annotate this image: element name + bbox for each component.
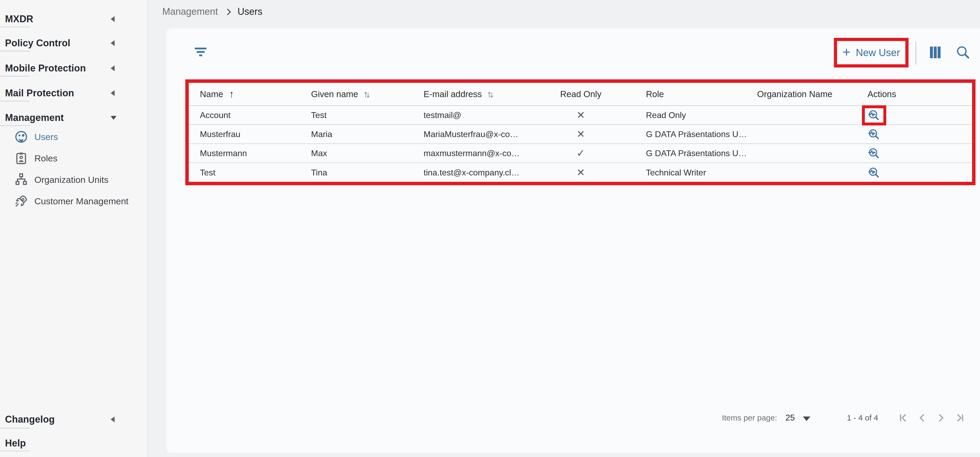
new-user-button[interactable]: + New User [837,41,905,64]
sidebar-item-mobile-protection[interactable]: Mobile Protection [0,59,148,78]
filter-icon [194,47,207,58]
caret-down-icon[interactable] [803,417,810,421]
sidebar-item-policy-control[interactable]: Policy Control [0,34,148,52]
sidebar-item-management[interactable]: Management [0,108,148,127]
toolbar-divider [915,42,916,65]
last-page-button[interactable] [954,412,966,424]
items-per-page-label: Items per page: [722,413,777,422]
search-button[interactable] [955,44,971,60]
chevron-left-icon [111,16,115,22]
sidebar: MXDR Policy Control Mobile Protection Ma… [0,0,148,457]
column-header-actions: Actions [856,83,972,105]
check-mark: ✓ [577,148,585,159]
column-chooser-button[interactable] [928,45,943,60]
analyze-user-button[interactable] [867,128,880,141]
org-chart-icon [14,172,29,187]
plus-icon: + [842,45,850,59]
table-header-row: Name ↑ Given name E-mail address Read On… [189,83,972,106]
divider [0,76,30,76]
column-header-role[interactable]: Role [635,83,746,105]
columns-icon [930,46,940,59]
sidebar-item-users[interactable]: Users [14,129,58,145]
sidebar-item-mail-protection[interactable]: Mail Protection [0,84,148,102]
user-face-icon [14,129,29,144]
users-table: Name ↑ Given name E-mail address Read On… [189,83,972,182]
sidebar-item-roles[interactable]: Roles [14,150,57,167]
chevron-left-icon [111,90,115,96]
chevron-right-icon [224,8,231,15]
column-header-read-only[interactable]: Read Only [527,83,635,105]
users-management-screen: MXDR Policy Control Mobile Protection Ma… [0,0,980,457]
table-row: Musterfrau Maria MariaMusterfrau@x-co… ✕… [189,125,972,144]
analyze-magnifier-icon [867,109,880,121]
sort-icon[interactable] [487,91,494,99]
table-row: Mustermann Max maxmustermann@x-co… ✓ G D… [189,144,972,163]
cross-mark: ✕ [577,109,585,121]
first-page-button[interactable] [897,412,909,424]
analyze-user-button[interactable] [867,166,880,179]
analyze-user-button[interactable] [867,109,880,121]
column-header-email[interactable]: E-mail address [412,83,527,105]
sidebar-item-customer-management[interactable]: Customer Management [14,193,128,209]
sort-ascending-icon[interactable]: ↑ [229,88,234,100]
chevron-left-icon [111,417,115,422]
chevron-down-icon [111,116,116,120]
sidebar-item-changelog[interactable]: Changelog [0,410,148,429]
sidebar-item-mxdr[interactable]: MXDR [0,10,148,28]
divider [0,101,30,102]
table-row: Test Tina tina.test@x-company.cl… ✕ Tech… [189,163,972,182]
first-page-icon [897,412,909,424]
table-row: Account Test testmail@ ✕ Read Only [189,106,972,125]
page-range-label: 1 - 4 of 4 [847,413,878,422]
cross-mark: ✕ [577,167,585,178]
column-header-organization-name[interactable]: Organization Name [746,83,856,105]
breadcrumb: Management Users [162,6,262,17]
breadcrumb-management[interactable]: Management [162,6,218,17]
last-page-icon [955,412,966,424]
chevron-left-icon [916,412,928,424]
chevron-left-icon [111,65,115,71]
previous-page-button[interactable] [916,412,928,424]
id-badge-icon [14,151,29,166]
analyze-magnifier-icon [867,128,880,141]
analyze-magnifier-icon [867,166,880,179]
chevron-left-icon [111,40,115,46]
filter-button[interactable] [189,42,213,63]
column-header-name[interactable]: Name ↑ [189,83,300,105]
cross-mark: ✕ [577,129,585,140]
next-page-button[interactable] [935,412,947,424]
breadcrumb-users: Users [237,6,262,17]
divider [0,428,30,428]
sidebar-item-organization-units[interactable]: Organization Units [14,171,108,188]
search-icon [956,45,970,60]
divider [0,451,30,451]
rocket-icon [14,194,29,208]
divider [0,125,30,126]
sort-icon[interactable] [363,91,370,99]
analyze-magnifier-icon [867,147,880,160]
chevron-right-icon [935,412,947,424]
divider [0,51,30,51]
sidebar-item-help[interactable]: Help [0,434,148,452]
page-size-select[interactable]: 25 [786,413,795,423]
column-header-given-name[interactable]: Given name [300,83,412,105]
divider [0,27,30,27]
analyze-user-button[interactable] [867,147,880,160]
